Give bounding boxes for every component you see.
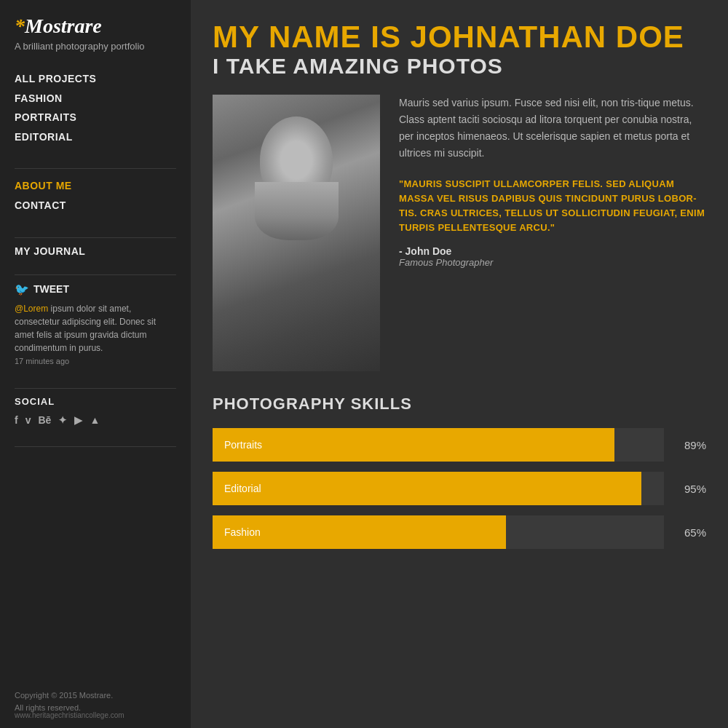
- skill-bar-outer: Fashion: [213, 515, 664, 549]
- skills-heading: PHOTOGRAPHY SKILLS: [213, 395, 706, 414]
- skill-bar-row: Editorial95%: [213, 472, 706, 505]
- nav-section-2: ABOUT ME CONTACT: [15, 176, 176, 215]
- skill-bar-fill: Editorial: [213, 472, 641, 505]
- divider-2: [15, 237, 176, 238]
- skill-label: Fashion: [224, 526, 261, 538]
- nav-fashion[interactable]: FASHION: [15, 89, 176, 108]
- about-paragraph: Mauris sed varius ipsum. Fusce sed nisi …: [399, 95, 706, 162]
- tweet-section: 🐦 TWEET @Lorem ipsum dolor sit amet, con…: [15, 282, 176, 368]
- divider-5: [15, 446, 176, 447]
- divider-3: [15, 274, 176, 275]
- nav-about-me[interactable]: ABOUT ME: [15, 176, 176, 196]
- hero-subtitle: I TAKE AMAZING PHOTOS: [213, 54, 706, 79]
- skill-percent: 89%: [676, 439, 706, 451]
- skill-bar-outer: Editorial: [213, 472, 664, 505]
- vimeo-icon[interactable]: v: [25, 414, 31, 426]
- dribbble-icon[interactable]: ✦: [58, 414, 67, 426]
- youtube-icon[interactable]: ▶: [74, 414, 82, 426]
- skill-label: Portraits: [224, 439, 262, 451]
- hero-title: MY NAME IS JOHNATHAN DOE: [213, 20, 706, 54]
- logo-tagline: A brilliant photography portfolio: [15, 41, 176, 52]
- extra-icon[interactable]: ▲: [90, 414, 100, 426]
- skill-bar-row: Portraits89%: [213, 428, 706, 462]
- skill-bar-fill: Portraits: [213, 428, 614, 462]
- tweet-header: 🐦 TWEET: [15, 282, 176, 296]
- skill-bar-outer: Portraits: [213, 428, 664, 462]
- nav-portraits[interactable]: PORTRAITS: [15, 108, 176, 127]
- skills-container: Portraits89%Editorial95%Fashion65%: [213, 428, 706, 549]
- skill-percent: 65%: [676, 526, 706, 539]
- social-icons: f v Bē ✦ ▶ ▲: [15, 414, 176, 426]
- logo-text: Mostrare: [25, 15, 102, 37]
- nav-contact[interactable]: CONTACT: [15, 196, 176, 215]
- behance-icon[interactable]: Bē: [38, 414, 51, 426]
- social-label: SOCIAL: [15, 396, 176, 407]
- tweet-label: TWEET: [33, 283, 69, 295]
- divider-1: [15, 168, 176, 169]
- tweet-at-name[interactable]: @Lorem: [15, 304, 48, 314]
- logo: *Mostrare: [15, 15, 176, 38]
- nav-all-projects[interactable]: ALL PROJECTS: [15, 69, 176, 89]
- about-section: Mauris sed varius ipsum. Fusce sed nisi …: [213, 95, 706, 371]
- logo-star: *: [15, 15, 25, 37]
- tweet-content: @Lorem ipsum dolor sit amet, consectetur…: [15, 302, 176, 368]
- copyright: Copyright © 2015 Mostrare.All rights res…: [15, 689, 176, 713]
- sidebar: *Mostrare A brilliant photography portfo…: [0, 0, 191, 728]
- skill-percent: 95%: [676, 483, 706, 495]
- social-section: SOCIAL f v Bē ✦ ▶ ▲: [15, 396, 176, 426]
- portrait-inner: [213, 95, 380, 371]
- quote-author: - John Doe: [399, 245, 706, 257]
- website-link: www.heritagechristiancollege.com: [15, 711, 124, 719]
- divider-4: [15, 388, 176, 389]
- quote-block: "MAURIS SUSCIPIT ULLAMCORPER FELIS. SED …: [399, 177, 706, 269]
- journal-label[interactable]: MY JOURNAL: [15, 245, 176, 257]
- nav-section: ALL PROJECTS FASHION PORTRAITS EDITORIAL: [15, 69, 176, 146]
- skills-section: PHOTOGRAPHY SKILLS Portraits89%Editorial…: [213, 395, 706, 549]
- quote-title: Famous Photographer: [399, 257, 706, 268]
- quote-text: "MAURIS SUSCIPIT ULLAMCORPER FELIS. SED …: [399, 177, 706, 236]
- skill-label: Editorial: [224, 483, 261, 494]
- facebook-icon[interactable]: f: [15, 414, 18, 426]
- skill-bar-fill: Fashion: [213, 515, 506, 549]
- twitter-icon: 🐦: [15, 282, 29, 296]
- skill-bar-row: Fashion65%: [213, 515, 706, 549]
- about-text: Mauris sed varius ipsum. Fusce sed nisi …: [399, 95, 706, 371]
- tweet-time: 17 minutes ago: [15, 357, 69, 365]
- portrait-image: [213, 95, 380, 371]
- nav-editorial[interactable]: EDITORIAL: [15, 127, 176, 147]
- main-content: MY NAME IS JOHNATHAN DOE I TAKE AMAZING …: [191, 0, 728, 728]
